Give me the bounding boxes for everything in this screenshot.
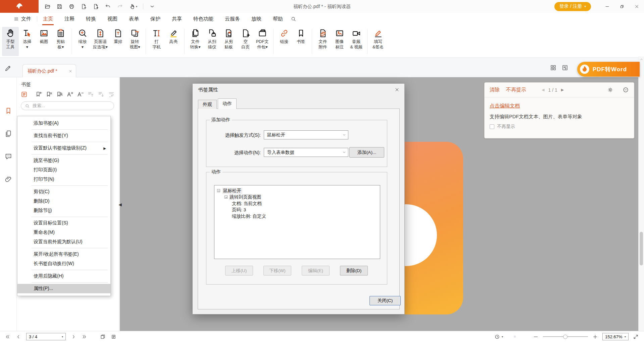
bookmark-wrap-icon[interactable] bbox=[108, 91, 115, 98]
ribbon-image-annot-button[interactable]: 图像标注 bbox=[331, 27, 348, 56]
page-number-input[interactable]: 3 / 4 ▾ bbox=[26, 333, 66, 340]
action-button[interactable]: 下移(W) bbox=[263, 266, 291, 275]
ribbon-file-attach-button[interactable]: 文件附件 bbox=[314, 27, 331, 56]
zoom-slider[interactable] bbox=[543, 334, 588, 339]
continuous-facing-view-button[interactable] bbox=[527, 336, 529, 338]
close-button[interactable] bbox=[629, 0, 644, 13]
add-action-button[interactable]: 添加(A)... bbox=[349, 147, 384, 158]
ribbon-select-tool-button[interactable]: 选择▾ bbox=[19, 27, 36, 56]
edit-pencil-icon[interactable] bbox=[4, 65, 12, 72]
fullscreen-button[interactable] bbox=[633, 334, 639, 340]
action-button[interactable]: 上移(U) bbox=[225, 266, 253, 275]
context-menu-item[interactable]: 属性(P)... bbox=[17, 284, 110, 293]
tab-appearance[interactable]: 外观 bbox=[198, 100, 217, 109]
ribbon-pdf-package-button[interactable]: PDF文件包▾ bbox=[254, 27, 271, 56]
action-tree-row[interactable]: 文档: 当前文档 bbox=[214, 200, 380, 207]
context-menu-item[interactable]: 重命名(M) bbox=[17, 228, 110, 237]
action-button[interactable]: 删除(D) bbox=[340, 266, 368, 275]
context-menu-item[interactable]: 长书签自动换行(W) bbox=[17, 259, 110, 268]
ribbon-page-fit-options-button[interactable]: 页面适应选项▾ bbox=[91, 27, 110, 56]
ribbon-bookmark-tool-button[interactable]: 书签 bbox=[293, 27, 309, 56]
ribbon-link-tool-button[interactable]: 链接 bbox=[276, 27, 293, 56]
single-page-view-button[interactable] bbox=[507, 336, 509, 338]
ribbon-fill-sign-button[interactable]: 填写&签名 bbox=[370, 27, 387, 56]
menu-4[interactable]: 转换 bbox=[80, 13, 102, 25]
panel-collapse-arrow[interactable]: ◀ bbox=[117, 199, 123, 210]
context-menu-item[interactable]: 查找当前书签(Y) bbox=[17, 131, 110, 140]
menu-7[interactable]: 保护 bbox=[145, 13, 166, 25]
ribbon-clipboard-button[interactable]: 剪贴板▾ bbox=[52, 27, 69, 56]
context-menu-item[interactable]: 删除节(j) bbox=[17, 206, 110, 215]
delete-bookmark-icon[interactable] bbox=[45, 91, 53, 98]
pager-next-icon[interactable]: ▶ bbox=[561, 88, 564, 92]
action-tree-row[interactable]: 鼠标松开 bbox=[214, 187, 380, 194]
continuous-view-button[interactable] bbox=[514, 336, 516, 338]
menu-10[interactable]: 云服务 bbox=[219, 13, 246, 25]
pages-panel-icon[interactable] bbox=[4, 130, 12, 138]
find-bookmark-icon[interactable] bbox=[56, 91, 63, 98]
action-tree-row[interactable]: 缩放比例: 自定义 bbox=[214, 213, 380, 219]
dialog-title-bar[interactable]: 书签属性 bbox=[193, 84, 404, 96]
context-menu-item[interactable]: 设置目标位置(S) bbox=[17, 218, 110, 228]
chevron-down-icon[interactable]: ▾ bbox=[625, 335, 626, 338]
facing-view-button[interactable] bbox=[520, 336, 522, 338]
ribbon-hand-tool-button[interactable]: 手型工具 bbox=[2, 27, 19, 56]
tree-expander-icon[interactable] bbox=[217, 189, 220, 192]
menu-2[interactable]: 主页 bbox=[37, 13, 59, 25]
minimize-button[interactable] bbox=[600, 0, 614, 13]
zoom-slider-thumb[interactable] bbox=[563, 335, 567, 339]
insert-page-icon[interactable] bbox=[93, 3, 99, 10]
document-tab[interactable]: 福昕办公.pdf * bbox=[22, 64, 76, 78]
context-menu-item[interactable]: 使用后隐藏(H) bbox=[17, 271, 110, 281]
context-menu-item[interactable]: 删除(D) bbox=[17, 197, 110, 206]
menu-5[interactable]: 视图 bbox=[102, 13, 123, 25]
prev-page-button[interactable] bbox=[15, 334, 21, 340]
checkbox-box[interactable] bbox=[490, 124, 494, 129]
action-tree-row[interactable]: 页码: 3 bbox=[214, 207, 380, 213]
print-icon[interactable] bbox=[68, 3, 75, 10]
ribbon-file-convert-button[interactable]: 文件转换▾ bbox=[187, 27, 204, 56]
touch-select-icon[interactable]: ▾ bbox=[129, 3, 137, 10]
context-menu-item[interactable]: 展开/收起所有书签(E) bbox=[17, 250, 110, 259]
zoom-out-button[interactable] bbox=[533, 334, 539, 340]
chevron-down-icon[interactable]: ▾ bbox=[62, 335, 63, 338]
context-menu-item[interactable]: 剪切(C) bbox=[17, 187, 110, 197]
ribbon-from-clipboard-button[interactable]: 从剪贴板 bbox=[220, 27, 237, 56]
customize-toolbar-icon[interactable] bbox=[149, 3, 155, 10]
action-select[interactable]: 导入表单数据 bbox=[264, 148, 348, 157]
menu-1[interactable]: 文件 bbox=[8, 13, 37, 25]
grid-view-icon[interactable] bbox=[550, 64, 557, 71]
next-page-button[interactable] bbox=[71, 334, 77, 340]
snapshot-view-icon[interactable] bbox=[100, 334, 106, 340]
bookmark-list-icon[interactable] bbox=[20, 91, 28, 98]
action-button[interactable]: 编辑(E) bbox=[302, 266, 330, 275]
ribbon-audio-video-button[interactable]: 音频& 视频 bbox=[348, 27, 365, 56]
menu-12[interactable]: 帮助 bbox=[267, 13, 289, 25]
menu-11[interactable]: 放映 bbox=[246, 13, 267, 25]
chevron-down-icon[interactable]: ▾ bbox=[502, 335, 503, 338]
dont-show-checkbox[interactable]: 不再显示 bbox=[490, 124, 515, 130]
scrollbar-thumb[interactable] bbox=[640, 232, 643, 265]
context-menu-item[interactable]: 打印页面(I) bbox=[17, 165, 110, 175]
collapse-tip-icon[interactable] bbox=[623, 87, 629, 93]
action-tree-row[interactable]: 跳转到页面视图 bbox=[214, 194, 380, 200]
dont-prompt-button[interactable]: 不再提示 bbox=[506, 87, 526, 93]
add-bookmark-icon[interactable] bbox=[35, 91, 42, 98]
save-icon[interactable] bbox=[56, 3, 63, 10]
context-menu-item[interactable]: 设置默认书签缩放级别(Z)▶ bbox=[17, 143, 110, 153]
extract-page-icon[interactable] bbox=[81, 3, 87, 10]
collapse-bookmark-icon[interactable] bbox=[77, 91, 84, 98]
pager-prev-icon[interactable]: ◀ bbox=[542, 88, 544, 92]
ribbon-zoom-tool-button[interactable]: 缩放▾ bbox=[74, 27, 91, 56]
tree-expander-icon[interactable] bbox=[225, 196, 228, 199]
expand-bookmark-icon[interactable] bbox=[66, 91, 73, 98]
menu-6[interactable]: 表单 bbox=[123, 13, 145, 25]
clipboard-view-icon[interactable] bbox=[111, 334, 116, 340]
context-menu-item[interactable]: 设置当前外观为默认(U) bbox=[17, 237, 110, 247]
tab-actions[interactable]: 动作 bbox=[218, 98, 237, 109]
ribbon-rotate-view-button[interactable]: 旋转视图▾ bbox=[127, 27, 143, 56]
bookmark-up-icon[interactable] bbox=[87, 91, 94, 98]
foxit-logo[interactable] bbox=[0, 0, 39, 13]
reader-mode-icon[interactable] bbox=[561, 64, 568, 71]
comments-panel-icon[interactable] bbox=[4, 153, 12, 161]
